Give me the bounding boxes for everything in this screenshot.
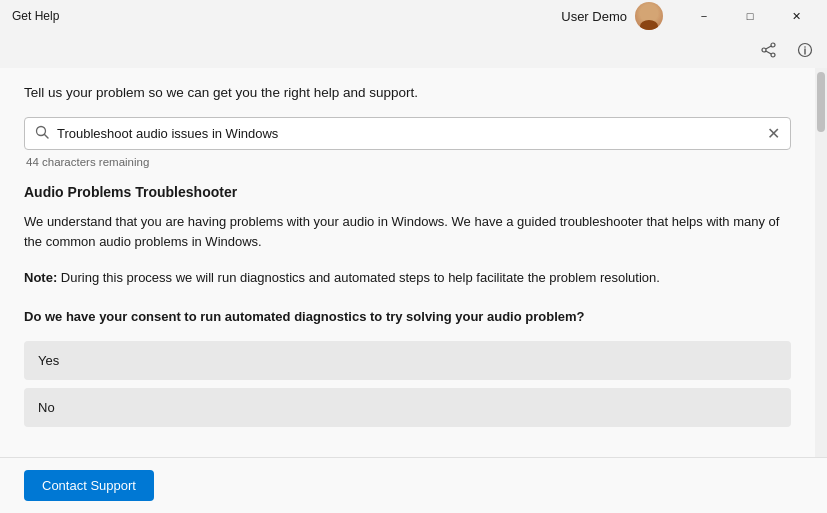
search-icon xyxy=(35,125,49,142)
no-option[interactable]: No xyxy=(24,388,791,427)
char-count: 44 characters remaining xyxy=(26,156,791,168)
note-text: Note: During this process we will run di… xyxy=(24,268,791,288)
maximize-button[interactable]: □ xyxy=(727,0,773,32)
consent-question: Do we have your consent to run automated… xyxy=(24,308,791,327)
svg-point-1 xyxy=(771,53,775,57)
user-info: User Demo xyxy=(561,2,663,30)
app-title: Get Help xyxy=(12,9,59,23)
search-box: ✕ xyxy=(24,117,791,150)
avatar xyxy=(635,2,663,30)
svg-point-7 xyxy=(804,46,806,48)
share-icon[interactable] xyxy=(755,36,783,64)
main-content: Tell us your problem so we can get you t… xyxy=(0,68,827,457)
user-name: User Demo xyxy=(561,9,627,24)
clear-icon[interactable]: ✕ xyxy=(767,124,780,143)
search-box-container: ✕ xyxy=(24,117,791,150)
contact-support-button[interactable]: Contact Support xyxy=(24,470,154,501)
window-controls: − □ ✕ xyxy=(681,0,819,32)
icon-bar xyxy=(0,32,827,68)
description-text: We understand that you are having proble… xyxy=(24,212,791,252)
close-button[interactable]: ✕ xyxy=(773,0,819,32)
search-input[interactable] xyxy=(57,126,759,141)
scrollbar-area xyxy=(815,68,827,457)
content-area: Tell us your problem so we can get you t… xyxy=(0,68,815,457)
title-bar: Get Help User Demo − □ ✕ xyxy=(0,0,827,32)
section-title: Audio Problems Troubleshooter xyxy=(24,184,791,200)
title-bar-left: Get Help xyxy=(12,9,59,23)
prompt-text: Tell us your problem so we can get you t… xyxy=(24,84,791,103)
svg-line-4 xyxy=(766,51,771,54)
info-icon[interactable] xyxy=(791,36,819,64)
bottom-bar: Contact Support xyxy=(0,457,827,513)
avatar-inner xyxy=(635,2,663,30)
note-body: During this process we will run diagnost… xyxy=(57,270,660,285)
yes-option[interactable]: Yes xyxy=(24,341,791,380)
svg-line-3 xyxy=(766,46,771,49)
title-bar-right: User Demo − □ ✕ xyxy=(561,0,819,32)
svg-point-2 xyxy=(762,48,766,52)
svg-line-9 xyxy=(45,134,49,138)
minimize-button[interactable]: − xyxy=(681,0,727,32)
avatar-body xyxy=(640,20,658,30)
scrollbar-thumb[interactable] xyxy=(817,72,825,132)
note-label: Note: xyxy=(24,270,57,285)
svg-point-0 xyxy=(771,43,775,47)
